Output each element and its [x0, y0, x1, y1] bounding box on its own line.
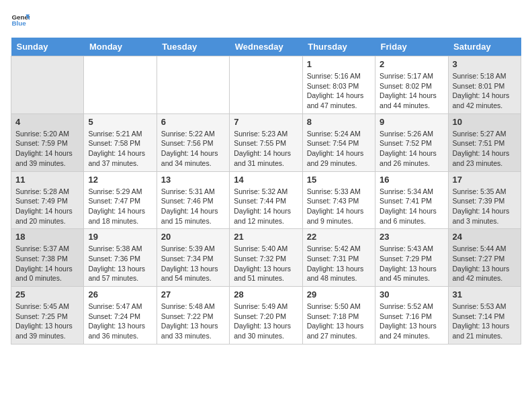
day-info: Sunrise: 5:34 AM Sunset: 7:41 PM Dayligh…: [380, 187, 443, 226]
day-info: Sunrise: 5:18 AM Sunset: 8:01 PM Dayligh…: [453, 71, 517, 111]
day-number: 23: [380, 232, 443, 242]
calendar-week-row: 4Sunrise: 5:20 AM Sunset: 7:59 PM Daylig…: [11, 113, 521, 171]
day-number: 18: [15, 232, 79, 242]
day-number: 28: [234, 289, 298, 300]
calendar-cell: 30Sunrise: 5:52 AM Sunset: 7:16 PM Dayli…: [375, 287, 448, 345]
day-info: Sunrise: 5:35 AM Sunset: 7:39 PM Dayligh…: [453, 187, 517, 226]
day-number: 4: [15, 117, 79, 127]
calendar-cell: 4Sunrise: 5:20 AM Sunset: 7:59 PM Daylig…: [11, 113, 84, 171]
calendar-cell: 23Sunrise: 5:43 AM Sunset: 7:29 PM Dayli…: [375, 229, 448, 287]
calendar-cell: [11, 56, 84, 114]
day-info: Sunrise: 5:20 AM Sunset: 7:59 PM Dayligh…: [15, 129, 79, 169]
calendar-cell: 1Sunrise: 5:16 AM Sunset: 8:03 PM Daylig…: [302, 56, 375, 114]
day-info: Sunrise: 5:43 AM Sunset: 7:29 PM Dayligh…: [380, 244, 443, 283]
day-of-week-header: Tuesday: [157, 38, 229, 56]
day-info: Sunrise: 5:44 AM Sunset: 7:27 PM Dayligh…: [453, 244, 517, 283]
day-info: Sunrise: 5:53 AM Sunset: 7:14 PM Dayligh…: [453, 302, 517, 341]
calendar-header-row: SundayMondayTuesdayWednesdayThursdayFrid…: [11, 38, 521, 56]
calendar-cell: 5Sunrise: 5:21 AM Sunset: 7:58 PM Daylig…: [84, 113, 157, 171]
day-number: 10: [453, 117, 517, 127]
day-number: 31: [453, 289, 517, 300]
day-number: 5: [88, 117, 152, 127]
day-number: 11: [15, 175, 79, 185]
day-info: Sunrise: 5:48 AM Sunset: 7:22 PM Dayligh…: [161, 302, 225, 341]
day-number: 21: [234, 232, 298, 242]
calendar-cell: 13Sunrise: 5:31 AM Sunset: 7:46 PM Dayli…: [157, 171, 229, 229]
day-info: Sunrise: 5:29 AM Sunset: 7:47 PM Dayligh…: [88, 187, 152, 226]
calendar-cell: 27Sunrise: 5:48 AM Sunset: 7:22 PM Dayli…: [157, 287, 229, 345]
day-number: 30: [380, 289, 443, 300]
calendar-cell: 19Sunrise: 5:38 AM Sunset: 7:36 PM Dayli…: [84, 229, 157, 287]
day-number: 29: [307, 289, 371, 300]
day-number: 26: [88, 289, 152, 300]
calendar-cell: 26Sunrise: 5:47 AM Sunset: 7:24 PM Dayli…: [84, 287, 157, 345]
calendar-cell: 14Sunrise: 5:32 AM Sunset: 7:44 PM Dayli…: [230, 171, 302, 229]
calendar-cell: 10Sunrise: 5:27 AM Sunset: 7:51 PM Dayli…: [448, 113, 521, 171]
calendar-cell: 3Sunrise: 5:18 AM Sunset: 8:01 PM Daylig…: [448, 56, 521, 114]
calendar-cell: 24Sunrise: 5:44 AM Sunset: 7:27 PM Dayli…: [448, 229, 521, 287]
day-of-week-header: Saturday: [448, 38, 521, 56]
day-of-week-header: Friday: [375, 38, 448, 56]
day-info: Sunrise: 5:45 AM Sunset: 7:25 PM Dayligh…: [15, 302, 79, 341]
calendar-cell: 28Sunrise: 5:49 AM Sunset: 7:20 PM Dayli…: [230, 287, 302, 345]
day-number: 22: [307, 232, 371, 242]
day-info: Sunrise: 5:28 AM Sunset: 7:49 PM Dayligh…: [15, 187, 79, 226]
day-number: 19: [88, 232, 152, 242]
day-number: 25: [15, 289, 79, 300]
calendar-cell: 15Sunrise: 5:33 AM Sunset: 7:43 PM Dayli…: [302, 171, 375, 229]
logo: General Blue: [11, 11, 32, 30]
day-info: Sunrise: 5:23 AM Sunset: 7:55 PM Dayligh…: [234, 129, 298, 169]
day-number: 3: [453, 59, 517, 69]
day-of-week-header: Sunday: [11, 38, 84, 56]
day-info: Sunrise: 5:42 AM Sunset: 7:31 PM Dayligh…: [307, 244, 371, 283]
day-number: 12: [88, 175, 152, 185]
day-info: Sunrise: 5:24 AM Sunset: 7:54 PM Dayligh…: [307, 129, 371, 169]
calendar-table: SundayMondayTuesdayWednesdayThursdayFrid…: [11, 38, 521, 345]
day-info: Sunrise: 5:32 AM Sunset: 7:44 PM Dayligh…: [234, 187, 298, 226]
day-info: Sunrise: 5:40 AM Sunset: 7:32 PM Dayligh…: [234, 244, 298, 283]
day-number: 20: [161, 232, 225, 242]
day-of-week-header: Monday: [84, 38, 157, 56]
calendar-cell: 31Sunrise: 5:53 AM Sunset: 7:14 PM Dayli…: [448, 287, 521, 345]
day-of-week-header: Wednesday: [230, 38, 302, 56]
calendar-cell: 16Sunrise: 5:34 AM Sunset: 7:41 PM Dayli…: [375, 171, 448, 229]
calendar-cell: 11Sunrise: 5:28 AM Sunset: 7:49 PM Dayli…: [11, 171, 84, 229]
day-info: Sunrise: 5:27 AM Sunset: 7:51 PM Dayligh…: [453, 129, 517, 169]
day-info: Sunrise: 5:39 AM Sunset: 7:34 PM Dayligh…: [161, 244, 225, 283]
calendar-cell: 2Sunrise: 5:17 AM Sunset: 8:02 PM Daylig…: [375, 56, 448, 114]
day-number: 17: [453, 175, 517, 185]
day-info: Sunrise: 5:50 AM Sunset: 7:18 PM Dayligh…: [307, 302, 371, 341]
day-number: 27: [161, 289, 225, 300]
day-info: Sunrise: 5:52 AM Sunset: 7:16 PM Dayligh…: [380, 302, 443, 341]
day-info: Sunrise: 5:47 AM Sunset: 7:24 PM Dayligh…: [88, 302, 152, 341]
logo-icon: General Blue: [11, 11, 30, 30]
calendar-cell: 8Sunrise: 5:24 AM Sunset: 7:54 PM Daylig…: [302, 113, 375, 171]
day-number: 24: [453, 232, 517, 242]
day-number: 6: [161, 117, 225, 127]
calendar-cell: 20Sunrise: 5:39 AM Sunset: 7:34 PM Dayli…: [157, 229, 229, 287]
day-number: 7: [234, 117, 298, 127]
calendar-cell: [230, 56, 302, 114]
calendar-cell: 6Sunrise: 5:22 AM Sunset: 7:56 PM Daylig…: [157, 113, 229, 171]
calendar-week-row: 11Sunrise: 5:28 AM Sunset: 7:49 PM Dayli…: [11, 171, 521, 229]
day-info: Sunrise: 5:16 AM Sunset: 8:03 PM Dayligh…: [307, 71, 371, 111]
calendar-cell: 25Sunrise: 5:45 AM Sunset: 7:25 PM Dayli…: [11, 287, 84, 345]
svg-text:Blue: Blue: [11, 19, 26, 27]
day-of-week-header: Thursday: [302, 38, 375, 56]
day-number: 2: [380, 59, 443, 69]
day-info: Sunrise: 5:21 AM Sunset: 7:58 PM Dayligh…: [88, 129, 152, 169]
calendar-cell: 12Sunrise: 5:29 AM Sunset: 7:47 PM Dayli…: [84, 171, 157, 229]
calendar-cell: 9Sunrise: 5:26 AM Sunset: 7:52 PM Daylig…: [375, 113, 448, 171]
day-number: 16: [380, 175, 443, 185]
day-info: Sunrise: 5:22 AM Sunset: 7:56 PM Dayligh…: [161, 129, 225, 169]
calendar-cell: [84, 56, 157, 114]
day-number: 15: [307, 175, 371, 185]
page-header: General Blue: [11, 11, 521, 30]
calendar-cell: 7Sunrise: 5:23 AM Sunset: 7:55 PM Daylig…: [230, 113, 302, 171]
day-info: Sunrise: 5:37 AM Sunset: 7:38 PM Dayligh…: [15, 244, 79, 283]
calendar-cell: 29Sunrise: 5:50 AM Sunset: 7:18 PM Dayli…: [302, 287, 375, 345]
calendar-cell: 21Sunrise: 5:40 AM Sunset: 7:32 PM Dayli…: [230, 229, 302, 287]
calendar-week-row: 25Sunrise: 5:45 AM Sunset: 7:25 PM Dayli…: [11, 287, 521, 345]
day-info: Sunrise: 5:33 AM Sunset: 7:43 PM Dayligh…: [307, 187, 371, 226]
day-number: 9: [380, 117, 443, 127]
